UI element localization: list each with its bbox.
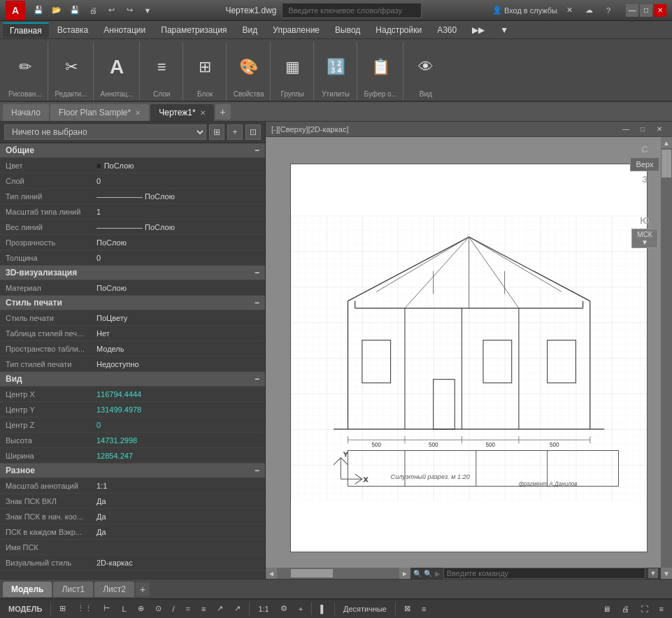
layers-label: Слои — [153, 90, 170, 98]
close-btn[interactable]: ✕ — [654, 4, 666, 17]
menu-manage[interactable]: Управление — [266, 23, 327, 37]
block-btn[interactable]: ⊞ — [196, 58, 214, 76]
section-misc-header[interactable]: Разное − — [0, 464, 265, 478]
select-btn[interactable]: ↗ — [213, 601, 227, 617]
layers-btn[interactable]: ≡ — [155, 58, 169, 76]
add-tab-btn[interactable]: + — [215, 104, 231, 120]
tab-close-floorplan[interactable]: ✕ — [135, 109, 141, 117]
menu-output[interactable]: Вывод — [328, 23, 367, 37]
new-btn[interactable]: 💾 — [31, 3, 46, 18]
minimize-btn[interactable]: — — [626, 4, 638, 17]
redo-btn[interactable]: ↪ — [122, 3, 137, 18]
tab-floorplan[interactable]: Floor Plan Sample* ✕ — [50, 104, 149, 121]
more-status-btn[interactable]: ≡ — [655, 601, 668, 617]
drawing-background[interactable]: С Верх З Ю МСК ▼ — [266, 137, 672, 579]
groups-btn[interactable]: ▦ — [283, 58, 303, 76]
menu-addons[interactable]: Надстройки — [369, 23, 429, 37]
isolate-btn[interactable]: ▌ — [316, 601, 330, 617]
scroll-thumb[interactable] — [662, 150, 671, 178]
groups-icon: ▦ — [285, 59, 300, 75]
viewport-max-btn[interactable]: □ — [636, 122, 650, 136]
tab-close-chertezh[interactable]: ✕ — [200, 109, 206, 117]
print-btn[interactable]: 🖨 — [85, 3, 101, 18]
section-view-header[interactable]: Вид − — [0, 372, 265, 387]
utilities-btn[interactable]: 🔢 — [324, 58, 348, 76]
menu-parametric[interactable]: Параметризация — [154, 23, 234, 37]
gizmo-btn[interactable]: ↗ — [230, 601, 245, 617]
menu-view[interactable]: Вид — [236, 23, 265, 37]
properties-btn[interactable]: 🎨 — [236, 58, 261, 76]
groups-label: Группы — [280, 90, 303, 98]
section-general-header[interactable]: Общие − — [0, 143, 265, 158]
scroll-down-btn[interactable]: ▼ — [661, 568, 672, 579]
isnap-btn[interactable]: ⊕ — [134, 601, 148, 617]
help-btn[interactable]: ? — [601, 3, 616, 18]
annotate-label: Аннотац... — [101, 90, 134, 98]
view-ribbon-btn[interactable]: 👁 — [415, 58, 436, 76]
menu-a360[interactable]: A360 — [430, 23, 464, 37]
tab-chertezh[interactable]: Чертеж1* ✕ — [150, 104, 213, 121]
lineweight-btn[interactable]: = — [182, 601, 194, 617]
menu-insert[interactable]: Вставка — [50, 23, 96, 37]
dyn-btn[interactable]: / — [169, 601, 179, 617]
scroll-left-btn[interactable]: ◄ — [266, 568, 277, 579]
scroll-hthumb[interactable] — [291, 569, 333, 577]
exchange-icon: ✕ — [562, 3, 577, 18]
fullscreen-btn[interactable]: ⛶ — [636, 601, 652, 617]
section-3d-header[interactable]: 3D-визуализация − — [0, 266, 265, 280]
prop-btn-3[interactable]: ⊡ — [245, 124, 261, 140]
undo-btn[interactable]: ↩ — [103, 3, 119, 18]
tab-sheet1[interactable]: Лист1 — [53, 582, 93, 597]
menu-more[interactable]: ▶▶ — [465, 23, 492, 37]
qa-dropdown[interactable]: ▼ — [140, 3, 155, 18]
model-status-btn[interactable]: МОДЕЛЬ — [4, 601, 46, 617]
scrollbar-horizontal[interactable]: ◄ ► 🔍 🔍 ▶ ▼ — [266, 568, 661, 579]
clipboard-btn[interactable]: 📋 — [369, 58, 393, 76]
ortho-btn[interactable]: ⊢ — [99, 601, 115, 617]
command-input[interactable] — [443, 568, 645, 579]
nav-compass: С Верх З Ю МСК ▼ — [630, 144, 659, 248]
prop-btn-1[interactable]: ⊞ — [209, 124, 224, 140]
annotate-btn[interactable]: A — [107, 56, 127, 78]
search-input[interactable] — [282, 3, 422, 18]
draw-btn[interactable]: ✏ — [16, 58, 34, 76]
menu-home[interactable]: Главная — [3, 22, 49, 38]
add-sheet-btn[interactable]: + — [136, 582, 150, 596]
nav-top-btn[interactable]: Верх — [630, 157, 659, 171]
save-btn[interactable]: 💾 — [67, 3, 83, 18]
annot-settings-btn[interactable]: ⚙ — [276, 601, 292, 617]
viewport-close-btn[interactable]: ✕ — [652, 122, 666, 136]
object-selector[interactable]: Ничего не выбрано — [4, 124, 206, 140]
tab-home[interactable]: Начало — [3, 104, 49, 121]
grid-btn[interactable]: ⊞ — [55, 601, 70, 617]
object-selector-row: Ничего не выбрано ⊞ + ⊡ — [0, 122, 265, 143]
transparency-btn[interactable]: ≡ — [197, 601, 210, 617]
menu-annotations[interactable]: Аннотации — [96, 23, 152, 37]
prop-btn-2[interactable]: + — [227, 124, 243, 140]
tab-sheet2[interactable]: Лист2 — [94, 582, 134, 597]
quick-props-btn[interactable]: ⊠ — [400, 601, 415, 617]
scale-btn[interactable]: 1:1 — [254, 601, 273, 617]
open-btn[interactable]: 📂 — [49, 3, 64, 18]
edit-btn[interactable]: ✂ — [62, 58, 80, 76]
workspace-btn[interactable]: 🖥 — [599, 601, 615, 617]
units-btn[interactable]: Десятичные — [339, 601, 391, 617]
itrack-btn[interactable]: ⊙ — [151, 601, 166, 617]
scrollbar-vertical[interactable]: ▲ ▼ — [661, 137, 672, 579]
snap-btn[interactable]: ⋮⋮ — [73, 601, 96, 617]
menu-dropdown[interactable]: ▼ — [493, 23, 515, 37]
section-print-header[interactable]: Стиль печати − — [0, 296, 265, 310]
maximize-btn[interactable]: □ — [640, 4, 652, 17]
command-scroll-btn[interactable]: ▼ — [648, 568, 658, 578]
polar-btn[interactable]: L — [117, 601, 130, 617]
viewport-min-btn[interactable]: — — [619, 122, 633, 136]
customize-btn[interactable]: ≡ — [417, 601, 430, 617]
scroll-right-btn[interactable]: ► — [399, 568, 410, 579]
prop-height: Высота 14731.2998 — [0, 433, 265, 448]
zoom-icons[interactable]: 🔍 🔍 — [413, 570, 432, 577]
scroll-up-btn[interactable]: ▲ — [661, 137, 672, 148]
signin-btn[interactable]: 👤 Вход в службы — [492, 6, 557, 15]
add-scale-btn[interactable]: + — [294, 601, 307, 617]
tab-model[interactable]: Модель — [3, 582, 52, 597]
print-status-btn[interactable]: 🖨 — [617, 601, 634, 617]
